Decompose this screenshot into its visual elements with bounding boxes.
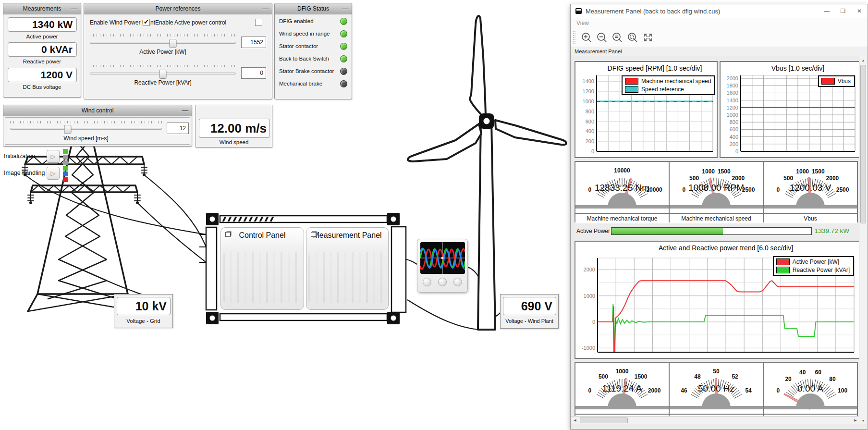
dfig-speed-chart: 0200400600800100012001400DFIG speed [RPM…	[575, 61, 718, 158]
wind-speed-value-field[interactable]: 12	[167, 123, 189, 134]
svg-text:50: 50	[713, 368, 720, 375]
minimize-icon[interactable]: —	[342, 3, 348, 14]
zoom-in-icon[interactable]	[579, 30, 594, 45]
status-light	[63, 172, 68, 176]
oscilloscope-widget[interactable]	[417, 239, 468, 293]
gauges-bottom-row: 05001000150020001119.24 A Stator current…	[575, 362, 858, 423]
svg-text:1200.03 V: 1200.03 V	[790, 183, 831, 193]
svg-text:0: 0	[592, 319, 595, 325]
active-power-bar-label: Active Power	[576, 228, 610, 234]
scroll-right-arrow[interactable]: ▶	[852, 417, 859, 424]
torque-gauge: 0100002000012833.25 Nm Machine mechanica…	[575, 161, 670, 222]
measurements-panel: Measurements— 1340 kW Active power 0 kVA…	[3, 3, 81, 98]
active-power-slider-ticks	[90, 34, 236, 37]
window-maximize-button[interactable]: ❒	[835, 5, 851, 18]
legend-label: Active Power [kW]	[793, 258, 839, 265]
window-titlebar[interactable]: Measurement Panel (back to back dfig win…	[571, 4, 868, 18]
measurement-panel-button-label: Measurement Panel	[306, 231, 388, 240]
svg-text:0: 0	[777, 186, 780, 193]
wind-speed-slider-label: Wind speed [m-s]	[10, 135, 162, 142]
window-close-button[interactable]: ✕	[851, 5, 868, 18]
torque-gauge-label: Machine mechanical torque	[575, 213, 669, 223]
svg-text:1000: 1000	[584, 293, 595, 299]
zoom-reset-icon[interactable]	[610, 30, 625, 45]
svg-text:800: 800	[586, 109, 594, 114]
horizontal-scroll-thumb[interactable]	[580, 418, 628, 423]
wind-speed-slider-handle[interactable]	[64, 125, 72, 134]
status-light	[63, 149, 68, 154]
legend-swatch	[625, 78, 638, 85]
svg-text:2000: 2000	[727, 75, 738, 81]
minimize-icon[interactable]: —	[71, 3, 77, 14]
vertical-scrollbar[interactable]: ▲ ▼	[859, 56, 867, 424]
wind-speed-slider[interactable]	[10, 128, 162, 130]
window-minimize-button[interactable]: —	[819, 5, 835, 18]
reactive-power-slider[interactable]	[90, 73, 236, 74]
status-label: Stator Brake contactor	[279, 68, 334, 74]
zoom-out-icon[interactable]	[594, 30, 610, 45]
svg-text:1400: 1400	[727, 98, 738, 103]
status-label: Stator contactor	[279, 43, 318, 49]
control-panel-button-label: Control Panel	[221, 231, 304, 240]
scroll-left-arrow[interactable]: ◀	[571, 417, 579, 424]
grid-voltage-display: 10 kV Voltage - Grid	[114, 294, 173, 328]
stator-current-gauge: 05001000150020001119.24 A Stator current	[575, 362, 670, 423]
dfig-status-panel-titlebar[interactable]: DFIG Status—	[275, 3, 352, 14]
enable-active-power-checkbox[interactable]	[255, 19, 262, 26]
gauges-top-row: 0100002000012833.25 Nm Machine mechanica…	[575, 161, 858, 222]
svg-text:-1000: -1000	[582, 345, 595, 351]
app-icon	[575, 8, 582, 14]
scope-knob[interactable]	[453, 278, 462, 286]
control-panel-button[interactable]: Control Panel	[220, 227, 304, 310]
chopper-current-gauge: 0204060801000.00 A Chopper current	[763, 362, 858, 423]
svg-text:1000: 1000	[616, 368, 629, 375]
scroll-up-arrow[interactable]: ▲	[859, 56, 867, 64]
scope-knob[interactable]	[423, 278, 431, 286]
minimize-icon[interactable]: —	[262, 3, 269, 14]
measurement-panel-button[interactable]: Measurement Panel	[306, 227, 389, 310]
svg-text:500: 500	[599, 373, 608, 380]
active-power-slider-handle[interactable]	[170, 39, 177, 48]
toolbar-drag-handle[interactable]	[573, 31, 575, 44]
fullscreen-icon[interactable]	[640, 30, 656, 45]
power-references-panel-title: Power references	[155, 5, 200, 12]
vbus-legend: Vbus	[818, 75, 855, 87]
image-handling-status-lights	[63, 166, 68, 182]
initialization-run-button[interactable]: ▷	[47, 150, 60, 163]
zoom-fit-icon[interactable]	[625, 30, 640, 45]
minimize-icon[interactable]: —	[182, 105, 188, 116]
reactive-power-display: 0 kVAr	[8, 42, 77, 57]
reactive-power-value-field[interactable]: 0	[241, 67, 266, 79]
status-led	[340, 30, 347, 37]
status-led	[340, 68, 347, 75]
measurements-panel-titlebar[interactable]: Measurements—	[3, 3, 81, 14]
horizontal-scrollbar[interactable]: ◀ ▶	[571, 416, 859, 424]
active-power-progress-fill	[611, 228, 723, 234]
scroll-down-arrow[interactable]: ▼	[859, 417, 867, 424]
initialization-status-lights	[63, 149, 68, 165]
reactive-power-slider-handle[interactable]	[159, 70, 167, 79]
grid-voltage-label: Voltage - Grid	[114, 318, 172, 324]
active-power-slider[interactable]	[90, 42, 236, 44]
legend-swatch	[776, 258, 790, 265]
svg-text:100: 100	[838, 387, 847, 394]
vertical-scroll-thumb[interactable]	[860, 65, 866, 223]
status-led	[340, 43, 347, 50]
scope-knob[interactable]	[438, 278, 447, 286]
status-light	[63, 160, 68, 165]
dc-bus-voltage-label: DC Bus voltage	[3, 84, 81, 90]
svg-text:2000: 2000	[584, 267, 595, 272]
svg-text:2000: 2000	[648, 387, 661, 394]
svg-text:1008.00 RPM: 1008.00 RPM	[688, 183, 744, 193]
svg-text:0: 0	[735, 148, 738, 154]
dock-panel-title-text: Measurement Panel	[575, 49, 622, 54]
dfig-status-panel: DFIG Status— DFIG enabled Wind speed in …	[274, 3, 352, 99]
image-handling-run-button[interactable]: ▷	[47, 167, 60, 180]
enable-wind-plant-checkbox[interactable]	[143, 19, 150, 26]
svg-text:1200: 1200	[727, 105, 738, 111]
wind-control-panel-titlebar[interactable]: Wind control—	[3, 105, 192, 116]
active-power-value-field[interactable]: 1552	[241, 37, 266, 48]
power-references-panel-titlebar[interactable]: Power references—	[84, 3, 272, 14]
menu-view[interactable]: View	[573, 20, 593, 26]
legend-swatch	[776, 267, 790, 273]
